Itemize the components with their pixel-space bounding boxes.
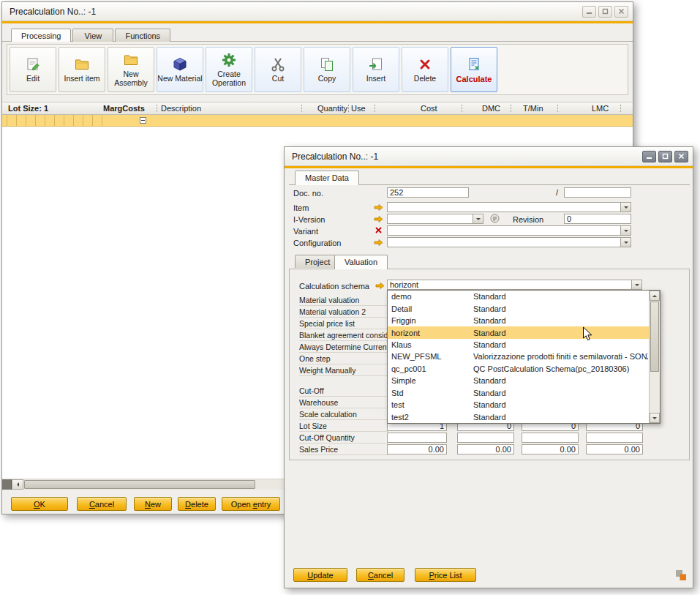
minimize-icon[interactable] (642, 151, 656, 162)
doc-no-suffix-field[interactable] (564, 187, 631, 198)
valuation-row-label: One step (299, 353, 388, 364)
chevron-down-icon[interactable] (631, 280, 641, 289)
toolbar-insert-item-button[interactable]: Insert item (59, 47, 105, 92)
scrollbar-thumb[interactable] (24, 480, 255, 489)
valuation-row-label: Scale calculation (299, 408, 388, 420)
grid-column-quantity[interactable]: Quantity (317, 104, 347, 113)
toolbar-new-assembly-button[interactable]: New Assembly (108, 47, 154, 92)
cutoff-qty-field-2[interactable] (457, 433, 514, 443)
tab-view[interactable]: View (72, 29, 113, 42)
copy-icon (319, 56, 335, 73)
revision-field[interactable]: 0 (564, 214, 631, 224)
dropdown-scrollbar[interactable] (649, 291, 660, 423)
dropdown-scrollbar-thumb[interactable] (650, 302, 659, 372)
link-arrow-icon[interactable] (374, 203, 383, 212)
dropdown-option[interactable]: qc_pc001QC PostCalculation Schema(pc_201… (388, 363, 660, 375)
scroll-up-icon[interactable] (650, 291, 660, 301)
splitter-handle[interactable] (2, 479, 12, 490)
required-x-icon (375, 227, 382, 233)
sales-price-field-3[interactable]: 0.00 (522, 444, 579, 454)
link-arrow-icon[interactable] (374, 215, 383, 223)
doc-no-label: Doc. no. (293, 189, 323, 198)
toolbar-calculate-button[interactable]: Calculate (451, 47, 497, 92)
close-icon[interactable] (614, 6, 628, 18)
maximize-icon[interactable] (598, 6, 612, 18)
dropdown-option[interactable]: demoStandard (388, 291, 660, 302)
new-button[interactable]: New (134, 497, 172, 511)
iversion-combo[interactable] (387, 214, 483, 224)
dropdown-option-selected[interactable]: horizontStandard (388, 326, 660, 338)
dialog-body: Master Data Doc. no. 252 / Item I-Versio… (285, 168, 693, 588)
maximize-icon[interactable] (658, 151, 672, 162)
sales-price-field-1[interactable]: 0.00 (387, 444, 447, 454)
toolbar-new-material-button[interactable]: New Material (157, 47, 203, 92)
open-entry-button[interactable]: Open entry (222, 497, 280, 511)
tab-project[interactable]: Project (295, 255, 340, 268)
delete-button[interactable]: Delete (178, 497, 216, 511)
dialog-titlebar: Precalculation No..: -1 (285, 147, 693, 166)
dropdown-option[interactable]: NEW_PFSMLValorizzazione prodotti finiti … (388, 351, 660, 362)
update-button[interactable]: Update (293, 568, 347, 582)
cutoff-qty-field-1[interactable] (387, 433, 447, 443)
minimize-icon[interactable] (582, 6, 596, 18)
tree-collapse-icon[interactable] (140, 117, 146, 124)
item-combo[interactable] (387, 202, 631, 212)
form-mode-icon[interactable] (675, 569, 687, 581)
grid-column-lmc[interactable]: LMC (592, 104, 609, 113)
close-icon[interactable] (674, 151, 688, 162)
price-list-button[interactable]: Price List (415, 568, 476, 582)
link-arrow-icon[interactable] (375, 282, 385, 290)
grid-column-description[interactable]: Description (161, 104, 201, 113)
tab-master-data[interactable]: Master Data (295, 171, 359, 185)
cancel-button[interactable]: Cancel (77, 497, 127, 511)
toolbar-create-operation-button[interactable]: Create Operation (206, 47, 252, 92)
chevron-down-icon[interactable] (620, 226, 631, 235)
dropdown-option[interactable]: testStandard (388, 399, 660, 411)
insert-arrow-icon (368, 56, 384, 73)
window-controls (642, 151, 688, 162)
doc-no-field[interactable]: 252 (387, 187, 469, 198)
selected-grid-row[interactable] (2, 115, 633, 127)
calc-schema-combo[interactable]: horizont (387, 280, 642, 290)
link-arrow-icon[interactable] (374, 239, 383, 247)
ok-button[interactable]: OK (11, 497, 68, 511)
chevron-down-icon[interactable] (473, 214, 483, 223)
tab-valuation[interactable]: Valuation (334, 255, 388, 269)
scroll-left-icon[interactable] (12, 479, 23, 490)
grid-column-dmc[interactable]: DMC (482, 104, 500, 113)
sales-price-field-4[interactable]: 0.00 (586, 444, 643, 454)
cutoff-qty-field-4[interactable] (586, 433, 643, 443)
toolbar-insert-button[interactable]: Insert (353, 47, 399, 92)
column-separator (511, 105, 511, 112)
configuration-combo[interactable] (387, 237, 631, 247)
toolbar-delete-button[interactable]: Delete (402, 47, 448, 92)
dropdown-option[interactable]: KlausStandard (388, 339, 660, 351)
chevron-down-icon[interactable] (620, 203, 631, 212)
grid-column-use[interactable]: Use (351, 104, 366, 113)
toolbar-cut-button[interactable]: Cut (255, 47, 301, 92)
main-tabstrip: Processing View Functions (2, 23, 633, 42)
dialog-cancel-button[interactable]: Cancel (356, 568, 404, 582)
grid-column-margcosts[interactable]: MargCosts (103, 104, 145, 113)
iversion-detail-icon[interactable] (490, 214, 500, 223)
grid-column-cost[interactable]: Cost (421, 104, 437, 113)
tab-functions[interactable]: Functions (115, 29, 170, 42)
doc-no-separator: / (556, 188, 558, 197)
dropdown-option[interactable]: test2Standard (388, 411, 660, 422)
toolbar-edit-button[interactable]: Edit (10, 47, 56, 92)
toolbar-copy-button[interactable]: Copy (304, 47, 350, 92)
dropdown-option[interactable]: DetailStandard (388, 302, 660, 314)
column-separator (157, 105, 157, 112)
dropdown-option[interactable]: SimpleStandard (388, 375, 660, 386)
dropdown-option[interactable]: StdStandard (388, 387, 660, 399)
dropdown-option[interactable]: FrigginStandard (388, 315, 660, 326)
tab-processing[interactable]: Processing (11, 29, 71, 42)
item-label: Item (293, 203, 309, 212)
gear-icon (221, 51, 237, 69)
grid-column-tmin[interactable]: T/Min (523, 104, 543, 113)
variant-combo[interactable] (387, 225, 631, 236)
sales-price-field-2[interactable]: 0.00 (457, 444, 514, 454)
cutoff-qty-field-3[interactable] (522, 433, 579, 443)
chevron-down-icon[interactable] (620, 238, 631, 247)
scroll-down-icon[interactable] (650, 413, 660, 423)
